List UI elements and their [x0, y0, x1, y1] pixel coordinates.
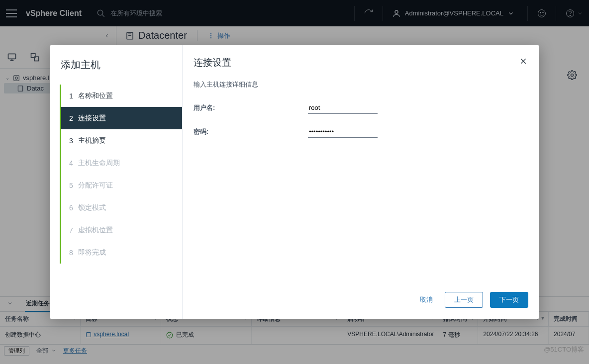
panel-subtitle: 输入主机连接详细信息: [194, 80, 539, 89]
wizard-nav: 添加主机 1名称和位置2连接设置3主机摘要4主机生命周期5分配许可证6锁定模式7…: [50, 45, 182, 319]
password-input[interactable]: [308, 126, 378, 138]
username-input[interactable]: [308, 102, 378, 114]
wizard-body: 连接设置 输入主机连接详细信息 用户名: 密码: 取消 上一页 下一页: [182, 45, 539, 319]
next-button[interactable]: 下一页: [490, 292, 528, 308]
wizard-title: 添加主机: [60, 58, 182, 72]
close-button[interactable]: [518, 56, 528, 68]
wizard-step-3[interactable]: 3主机摘要: [61, 129, 182, 152]
password-label: 密码:: [194, 127, 308, 136]
add-host-dialog: 添加主机 1名称和位置2连接设置3主机摘要4主机生命周期5分配许可证6锁定模式7…: [50, 45, 539, 319]
panel-title: 连接设置: [194, 56, 231, 69]
username-row: 用户名:: [194, 102, 528, 114]
wizard-step-7: 7虚拟机位置: [61, 219, 182, 241]
wizard-step-5: 5分配许可证: [61, 174, 182, 196]
wizard-step-8: 8即将完成: [61, 241, 182, 264]
wizard-step-4: 4主机生命周期: [61, 152, 182, 174]
wizard-footer: 取消 上一页 下一页: [183, 284, 539, 319]
wizard-step-6: 6锁定模式: [61, 196, 182, 219]
wizard-step-2[interactable]: 2连接设置: [61, 107, 182, 129]
password-row: 密码:: [194, 126, 528, 138]
username-label: 用户名:: [194, 103, 308, 112]
close-icon: [519, 57, 527, 65]
wizard-step-1[interactable]: 1名称和位置: [61, 85, 182, 107]
back-button[interactable]: 上一页: [445, 292, 483, 308]
modal-overlay: 添加主机 1名称和位置2连接设置3主机摘要4主机生命周期5分配许可证6锁定模式7…: [0, 0, 589, 364]
cancel-button[interactable]: 取消: [415, 292, 438, 307]
